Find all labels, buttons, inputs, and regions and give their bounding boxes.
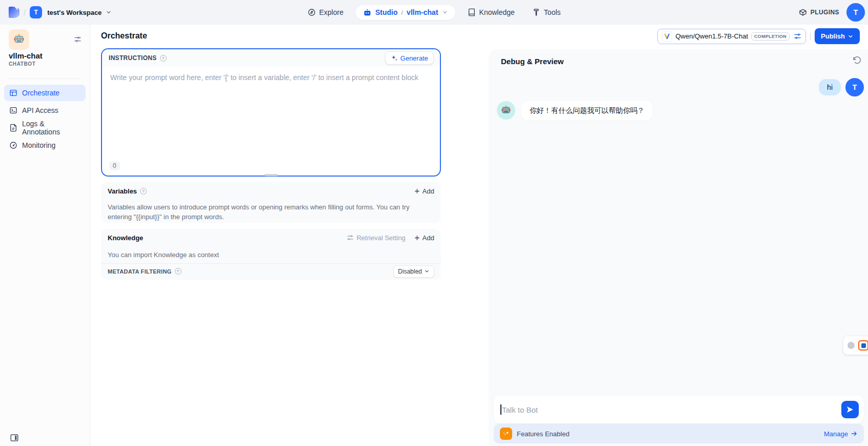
robot-emoji-icon <box>13 33 25 46</box>
bot-message-bubble: 你好！有什么问题我可以帮助你吗？ <box>521 101 653 121</box>
sliders-icon <box>347 234 354 241</box>
sidebar-item-label: Monitoring <box>22 141 55 149</box>
plus-icon <box>414 235 420 241</box>
app-avatar[interactable] <box>9 29 29 50</box>
sparkles-icon <box>391 54 398 62</box>
variables-title: Variables <box>108 187 137 195</box>
terminal-icon <box>9 106 17 114</box>
extension-icon[interactable] <box>858 340 868 351</box>
nav-tools[interactable]: Tools <box>527 5 566 20</box>
model-tune-icon[interactable] <box>794 32 801 40</box>
info-icon: ? <box>160 55 167 62</box>
main-nav: Explore Studio / vllm-chat Knowledge Too… <box>302 0 566 25</box>
nav-explore-label: Explore <box>319 8 343 16</box>
variables-header: Variables ? Add <box>101 182 441 200</box>
package-icon <box>799 8 807 16</box>
chevron-down-icon[interactable] <box>442 9 448 15</box>
main-content: Orchestrate Qwen/Qwen1.5-7B-Chat COMPLET… <box>90 25 868 446</box>
chat-message-user: hi T <box>489 78 868 96</box>
text-caret <box>500 404 501 415</box>
instructions-title: INSTRUCTIONS <box>109 54 157 62</box>
sidebar-item-label: Orchestrate <box>22 89 59 97</box>
nav-knowledge-label: Knowledge <box>479 8 515 16</box>
prompt-input[interactable] <box>103 68 439 145</box>
model-selector[interactable]: Qwen/Qwen1.5-7B-Chat COMPLETION <box>657 29 806 44</box>
sidebar-item-logs-annotations[interactable]: Logs & Annotations <box>4 120 86 136</box>
header-actions: Qwen/Qwen1.5-7B-Chat COMPLETION Publish <box>657 28 860 44</box>
chat-area: hi T 你好！有什么问题 <box>489 78 868 121</box>
robot-emoji-icon <box>500 105 512 116</box>
chevron-down-icon <box>106 9 112 15</box>
nav-pill-separator: / <box>401 9 403 16</box>
publish-button[interactable]: Publish <box>815 28 860 44</box>
sidebar-divider <box>9 79 81 79</box>
gauge-icon <box>9 141 17 149</box>
retrieval-setting-button[interactable]: Retrieval Setting <box>347 234 405 242</box>
metadata-filtering-dropdown[interactable]: Disabled <box>393 265 434 278</box>
plugins-button[interactable]: PLUGINS <box>799 8 839 16</box>
sidebar-item-label: Logs & Annotations <box>22 120 80 136</box>
chevron-down-icon <box>424 268 430 274</box>
nav-studio-label: Studio <box>375 8 398 16</box>
manage-label: Manage <box>824 430 848 438</box>
sidebar: vllm-chat CHATBOT Orchestrate API Access… <box>0 25 90 446</box>
robot-icon <box>363 8 372 17</box>
collapse-sidebar-icon[interactable] <box>10 433 19 442</box>
nav-tools-label: Tools <box>544 8 561 16</box>
chat-input[interactable] <box>494 396 864 423</box>
instructions-card: INSTRUCTIONS ? Generate 0 <box>101 48 441 177</box>
debug-preview-panel: Debug & Preview hi T <box>489 49 868 446</box>
debug-preview-title: Debug & Preview <box>501 57 564 66</box>
features-icon <box>500 428 512 440</box>
restart-conversation-icon[interactable] <box>853 56 861 65</box>
sidebar-menu: Orchestrate API Access Logs & Annotation… <box>4 85 86 153</box>
publish-label: Publish <box>821 32 845 40</box>
generate-label: Generate <box>400 54 428 62</box>
hammer-icon <box>532 8 540 16</box>
nav-knowledge[interactable]: Knowledge <box>462 5 520 20</box>
extension-dot-icon <box>847 342 855 349</box>
add-label: Add <box>422 187 434 195</box>
chat-input-bar <box>494 396 864 423</box>
add-variable-button[interactable]: Add <box>414 187 434 195</box>
manage-features-link[interactable]: Manage <box>824 430 858 438</box>
send-icon <box>846 405 854 414</box>
sidebar-item-orchestrate[interactable]: Orchestrate <box>4 85 86 101</box>
workspace-switcher[interactable]: / T test's Workspace <box>8 6 112 19</box>
book-icon <box>468 8 476 16</box>
variables-card: Variables ? Add Variables allow users to… <box>101 182 441 223</box>
add-label: Add <box>422 234 434 242</box>
plugins-label: PLUGINS <box>811 9 839 16</box>
explore-icon <box>307 8 315 16</box>
send-button[interactable] <box>841 401 859 418</box>
page-title: Orchestrate <box>101 31 147 41</box>
top-nav: / T test's Workspace Explore Studio / vl… <box>0 0 868 25</box>
char-counter: 0 <box>109 161 120 170</box>
plus-icon <box>414 188 420 195</box>
nav-explore[interactable]: Explore <box>302 5 348 20</box>
metadata-filtering-value: Disabled <box>398 268 422 275</box>
workspace-name[interactable]: test's Workspace <box>47 9 102 16</box>
features-bar: Features Enabled Manage <box>494 424 864 443</box>
workspace-avatar[interactable]: T <box>30 6 42 18</box>
user-avatar[interactable]: T <box>846 3 865 22</box>
sidebar-item-api-access[interactable]: API Access <box>4 102 86 119</box>
window-icon <box>9 89 17 97</box>
breadcrumb-separator: / <box>24 8 26 17</box>
chevron-down-icon <box>847 33 854 40</box>
generate-button[interactable]: Generate <box>385 51 434 65</box>
metadata-filtering-label: METADATA FILTERING <box>108 268 172 275</box>
app-type-label: CHATBOT <box>9 61 35 67</box>
resize-handle[interactable] <box>265 174 278 176</box>
extension-widget[interactable] <box>843 336 868 355</box>
add-knowledge-button[interactable]: Add <box>414 234 434 242</box>
info-icon: ? <box>140 188 147 195</box>
nav-studio-active[interactable]: Studio / vllm-chat <box>356 5 455 20</box>
variables-description: Variables allow users to introduce promp… <box>101 200 441 222</box>
arrow-right-icon <box>851 430 858 437</box>
sidebar-item-monitoring[interactable]: Monitoring <box>4 137 86 153</box>
nav-app-label[interactable]: vllm-chat <box>407 8 438 16</box>
model-name: Qwen/Qwen1.5-7B-Chat <box>675 32 748 40</box>
app-settings-icon[interactable] <box>74 35 82 43</box>
sidebar-item-label: API Access <box>22 106 58 114</box>
